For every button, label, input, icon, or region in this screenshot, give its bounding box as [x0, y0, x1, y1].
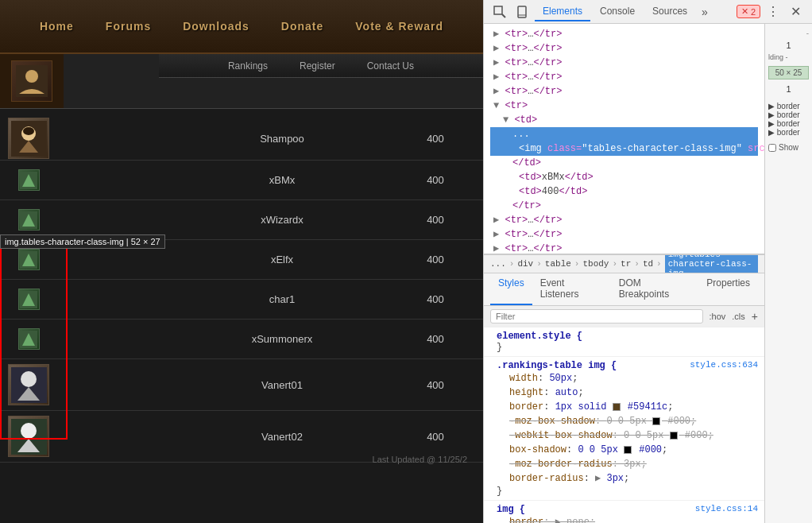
avatar-xbmx [8, 161, 49, 200]
tab-event-listeners[interactable]: Event Listeners [532, 273, 611, 305]
char-img [18, 169, 40, 191]
dom-line-dots: ... [490, 127, 758, 141]
dom-line: ▶ <tr>…</tr> [490, 213, 758, 227]
tab-properties[interactable]: Properties [698, 273, 758, 305]
style-prop: width: 50px; [497, 371, 758, 385]
styles-tabs: Styles Event Listeners DOM Breakpoints P… [484, 273, 764, 306]
dom-line: ▶ <tr>…</tr> [490, 41, 758, 56]
style-source[interactable]: style.css:634 [690, 360, 758, 371]
bc-tr[interactable]: tr [621, 259, 631, 269]
close-devtools-button[interactable]: ✕ [786, 2, 806, 21]
box-model: - 1 lding - 50 × 25 1 ▶ border ▶ border … [765, 24, 812, 157]
tab-sources[interactable]: Sources [644, 2, 695, 21]
avatar-vanert02 [8, 416, 49, 456]
rank-name-xwizardx: xWizardx [153, 214, 412, 226]
avatar-vanert01 [8, 365, 49, 405]
rank-score-vanert02: 400 [412, 431, 459, 443]
char-img [18, 249, 40, 270]
svg-point-1 [25, 70, 38, 83]
bc-tbody[interactable]: tbody [582, 259, 609, 269]
bc-selected-img[interactable]: img.tables-character-class-img [665, 254, 758, 273]
more-tabs-icon[interactable]: » [697, 4, 713, 20]
svg-rect-19 [494, 6, 502, 14]
dom-line: <td>xBMx</td> [490, 170, 758, 184]
avatar-xwizardx [8, 200, 49, 240]
website-panel: Home Forums Downloads Donate Vote & Rewa… [0, 0, 483, 523]
style-selector: img { [497, 504, 525, 515]
rank-name-xelfx: xElfx [153, 254, 412, 265]
table-row: char1 400 [0, 280, 483, 320]
nav-vote[interactable]: Vote & Reward [355, 20, 443, 33]
dom-line: <td>400</td> [490, 184, 758, 199]
dom-line: ▼ <tr> [490, 99, 758, 113]
style-prop-struck: -moz-box-shadow: 0 0 5px #000; [497, 414, 758, 428]
subnav-rankings[interactable]: Rankings [228, 60, 268, 72]
dom-line: ▼ <td> [490, 113, 758, 127]
tab-styles[interactable]: Styles [490, 273, 532, 305]
rank-score-shampoo: 400 [412, 133, 459, 145]
nav-home[interactable]: Home [40, 20, 74, 33]
styles-panel[interactable]: element.style { } .rankings-table img { … [484, 327, 764, 523]
sub-nav: Rankings Register Contact Us [159, 54, 483, 78]
show-checkbox[interactable] [768, 144, 776, 152]
bc-table[interactable]: table [545, 259, 571, 269]
devtools-right: - 1 lding - 50 × 25 1 ▶ border ▶ border … [764, 24, 812, 523]
nav-donate[interactable]: Donate [281, 20, 323, 33]
devtools-panel: Elements Console Sources » ✕ 2 ⋮ ✕ ▶ <tr… [483, 0, 812, 523]
add-style-icon[interactable]: + [752, 310, 758, 323]
kebab-menu-icon[interactable]: ⋮ [764, 2, 783, 21]
dom-tree[interactable]: ▶ <tr>…</tr> ▶ <tr>…</tr> ▶ <tr>…</tr> ▶… [484, 24, 764, 254]
error-count: ✕ 2 [737, 5, 760, 18]
rank-name-vanert02: Vanert02 [153, 431, 412, 443]
avatar-shampoo [8, 118, 49, 158]
style-prop: border-radius: ▶ 3px; [497, 471, 758, 486]
tab-console[interactable]: Console [592, 2, 643, 21]
dom-line: </td> [490, 156, 758, 170]
subnav-contact[interactable]: Contact Us [367, 60, 414, 72]
filter-hov[interactable]: :hov [710, 312, 726, 321]
nav-forums[interactable]: Forums [106, 20, 151, 33]
style-source[interactable]: style.css:14 [695, 504, 758, 515]
filter-bar: :hov .cls + [484, 306, 764, 327]
dom-line: ▶ <tr>…</tr> [490, 56, 758, 70]
color-swatch [624, 446, 632, 454]
svg-point-18 [21, 423, 37, 439]
svg-rect-21 [518, 6, 526, 17]
subnav-register[interactable]: Register [300, 60, 335, 72]
tab-dom-breakpoints[interactable]: DOM Breakpoints [611, 273, 699, 305]
rank-name-xsummonerx: xSummonerx [153, 333, 412, 345]
dom-line: </tr> [490, 199, 758, 213]
svg-point-16 [21, 371, 37, 387]
device-icon[interactable] [512, 2, 532, 21]
dom-line: ▶ <tr>…</tr> [490, 27, 758, 41]
char-img [18, 328, 40, 350]
show-label: Show [779, 143, 798, 152]
style-prop: box-shadow: 0 0 5px #000; [497, 443, 758, 457]
rank-score-xelfx: 400 [412, 254, 459, 265]
table-row: xSummonerx 400 [0, 320, 483, 359]
inspect-icon[interactable] [490, 2, 509, 21]
char-img [18, 209, 40, 231]
style-rule-rankings: .rankings-table img { style.css:634 widt… [484, 357, 764, 501]
nav-downloads[interactable]: Downloads [183, 20, 249, 33]
color-swatch [670, 432, 678, 440]
filter-input[interactable] [490, 309, 703, 323]
avatar-char1 [8, 280, 49, 320]
rank-score-xsummonerx: 400 [412, 333, 459, 345]
filter-cls[interactable]: .cls [732, 312, 745, 321]
style-prop-struck: -webkit-box-shadow: 0 0 5px #000; [497, 428, 758, 443]
rankings-section: Shampoo 400 img.tables-character-class-i… [0, 109, 483, 471]
devtools-tabs: Elements Console Sources » [535, 2, 733, 21]
bc-td[interactable]: td [643, 259, 653, 269]
nav-bar: Home Forums Downloads Donate Vote & Rewa… [0, 0, 483, 54]
user-avatar [11, 60, 52, 102]
color-swatch [613, 403, 621, 411]
dom-line-img: <img class="tables-character-class-img" … [490, 141, 758, 156]
table-row: xBMx 400 [0, 161, 483, 200]
bc-dots[interactable]: ... [490, 259, 506, 269]
table-row: Vanert01 400 [0, 359, 483, 411]
bc-div[interactable]: div [517, 259, 533, 269]
tab-elements[interactable]: Elements [535, 2, 590, 21]
style-rule-element: element.style { } [484, 327, 764, 357]
dom-line: ▶ <tr>…</tr> [490, 227, 758, 242]
